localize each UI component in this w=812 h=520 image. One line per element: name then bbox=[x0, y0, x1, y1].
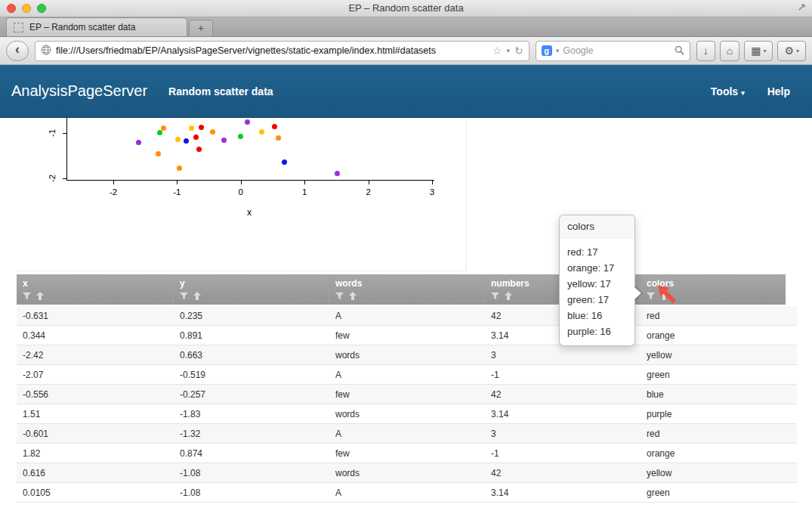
column-header-label: y bbox=[180, 278, 329, 289]
nav-item-random-scatter-data[interactable]: Random scatter data bbox=[168, 85, 273, 98]
new-tab-button[interactable]: + bbox=[189, 20, 213, 36]
bookmark-star-icon[interactable]: ☆ bbox=[492, 45, 502, 56]
scatter-point[interactable] bbox=[189, 125, 194, 131]
search-input[interactable]: Google bbox=[563, 45, 670, 56]
popover-title: colors bbox=[560, 215, 634, 238]
filter-icon[interactable] bbox=[23, 292, 31, 300]
sort-up-icon[interactable] bbox=[505, 292, 512, 300]
favicon-placeholder-icon bbox=[14, 23, 23, 32]
x-tick-label: 1 bbox=[302, 187, 307, 197]
scatter-point[interactable] bbox=[272, 124, 277, 129]
scatter-point[interactable] bbox=[136, 140, 141, 145]
tab-ep-random-scatter-data[interactable]: EP – Random scatter data bbox=[6, 17, 187, 36]
url-dropdown-icon[interactable]: ▾ bbox=[506, 47, 510, 54]
popover-line: red: 17 bbox=[567, 244, 627, 260]
column-header-x[interactable]: x bbox=[17, 274, 174, 305]
filter-icon[interactable] bbox=[491, 292, 499, 300]
table-row[interactable]: 0.0105-1.08A3.14green bbox=[17, 483, 797, 503]
search-icon[interactable] bbox=[675, 45, 684, 57]
home-button[interactable]: ⌂ bbox=[720, 41, 739, 61]
scatter-point[interactable] bbox=[177, 166, 182, 171]
back-button[interactable]: ‹ bbox=[6, 41, 29, 61]
table-row[interactable]: -0.556-0.257few42blue bbox=[17, 385, 797, 404]
url-bar[interactable]: file:///Users/friedmab/EP/AnalysisPageSe… bbox=[35, 41, 529, 61]
scatter-point[interactable] bbox=[196, 147, 202, 152]
cell-words: words bbox=[329, 350, 485, 361]
settings-button[interactable]: ⚙▾ bbox=[777, 41, 806, 61]
scatter-point[interactable] bbox=[282, 159, 287, 165]
table-row[interactable]: -0.601-1.32A3red bbox=[17, 424, 797, 444]
home-icon: ⌂ bbox=[727, 45, 733, 57]
popover-line: orange: 17 bbox=[567, 260, 627, 276]
column-header-y[interactable]: y bbox=[174, 274, 329, 305]
column-header-icons bbox=[335, 292, 484, 300]
popover-line: green: 17 bbox=[567, 292, 627, 308]
tab-bar: EP – Random scatter data + bbox=[0, 17, 812, 37]
sort-up-icon[interactable] bbox=[36, 292, 44, 300]
cell-colors: orange bbox=[641, 330, 797, 341]
scatter-point[interactable] bbox=[245, 119, 250, 125]
table-row[interactable]: 1.51-1.83words3.14purple bbox=[17, 404, 797, 424]
filter-icon[interactable] bbox=[335, 292, 344, 300]
table-row[interactable]: -2.07-0.519A-1green bbox=[17, 365, 797, 385]
reload-icon[interactable]: ↻ bbox=[514, 45, 523, 56]
search-bar[interactable]: g ▾ Google bbox=[536, 41, 690, 61]
scatter-point[interactable] bbox=[276, 135, 281, 141]
table-row[interactable]: 0.616-1.08words42yellow bbox=[17, 463, 797, 483]
gear-icon: ⚙ bbox=[784, 45, 794, 57]
cell-y: 0.874 bbox=[174, 448, 329, 459]
cell-words: A bbox=[329, 370, 485, 380]
cell-numbers: 42 bbox=[485, 389, 641, 400]
scatter-point[interactable] bbox=[259, 129, 264, 135]
table-row[interactable]: -0.6310.235A42red bbox=[17, 306, 797, 326]
cell-x: 0.344 bbox=[17, 330, 174, 341]
scatter-point[interactable] bbox=[161, 125, 166, 131]
scatter-point[interactable] bbox=[156, 151, 161, 156]
cell-words: A bbox=[329, 488, 485, 498]
brand-link[interactable]: AnalysisPageServer bbox=[11, 82, 147, 100]
scatter-point[interactable] bbox=[210, 129, 215, 135]
site-navbar: AnalysisPageServer Random scatter data T… bbox=[0, 65, 812, 118]
column-header-words[interactable]: words bbox=[329, 274, 485, 305]
table-row[interactable]: 0.3440.891few3.14orange bbox=[17, 326, 797, 345]
cell-numbers: 3.14 bbox=[485, 409, 641, 419]
scatter-point[interactable] bbox=[335, 171, 340, 176]
cell-x: 1.51 bbox=[17, 409, 174, 419]
minimize-button[interactable] bbox=[22, 4, 31, 13]
tools-menu[interactable]: Tools▾ bbox=[711, 85, 745, 98]
scatter-point[interactable] bbox=[199, 125, 204, 130]
data-table: xywordsnumberscolors -0.6310.235A42red0.… bbox=[17, 274, 797, 503]
column-header-icons bbox=[180, 292, 329, 300]
fullscreen-icon[interactable]: ↗ bbox=[797, 1, 806, 13]
cell-x: -2.42 bbox=[17, 350, 174, 361]
scatter-point[interactable] bbox=[175, 137, 181, 142]
downloads-button[interactable]: ↓ bbox=[696, 41, 715, 61]
traffic-lights bbox=[7, 4, 46, 13]
cell-words: few bbox=[329, 448, 485, 459]
close-button[interactable] bbox=[7, 4, 16, 13]
page-content: -2-10123 -1-2 x colors red: 17orange: 17… bbox=[0, 118, 812, 518]
url-text[interactable]: file:///Users/friedmab/EP/AnalysisPageSe… bbox=[56, 45, 488, 56]
cell-y: 0.235 bbox=[174, 311, 329, 321]
search-engine-dropdown-icon[interactable]: ▾ bbox=[556, 47, 560, 54]
scatter-point[interactable] bbox=[193, 135, 199, 140]
scatter-point[interactable] bbox=[221, 138, 227, 143]
sort-up-icon[interactable] bbox=[349, 292, 357, 300]
sort-up-icon[interactable] bbox=[193, 292, 201, 300]
scatter-point[interactable] bbox=[238, 134, 243, 139]
x-tick-mark bbox=[177, 181, 178, 184]
cell-colors: yellow bbox=[641, 468, 797, 478]
filter-icon[interactable] bbox=[180, 292, 188, 300]
table-row[interactable]: 1.820.874few-1orange bbox=[17, 444, 797, 463]
table-row[interactable]: -2.420.663words3yellow bbox=[17, 345, 797, 365]
window-title: EP – Random scatter data bbox=[0, 0, 812, 17]
x-tick-label: 2 bbox=[366, 187, 370, 197]
help-link[interactable]: Help bbox=[767, 85, 790, 98]
zoom-button[interactable] bbox=[37, 4, 46, 13]
scatter-point[interactable] bbox=[157, 130, 162, 135]
panels-button[interactable]: ▦▾ bbox=[744, 41, 773, 61]
cell-colors: red bbox=[641, 429, 797, 439]
cell-x: -0.631 bbox=[17, 311, 174, 321]
filter-icon[interactable] bbox=[647, 292, 655, 300]
scatter-point[interactable] bbox=[184, 138, 189, 144]
